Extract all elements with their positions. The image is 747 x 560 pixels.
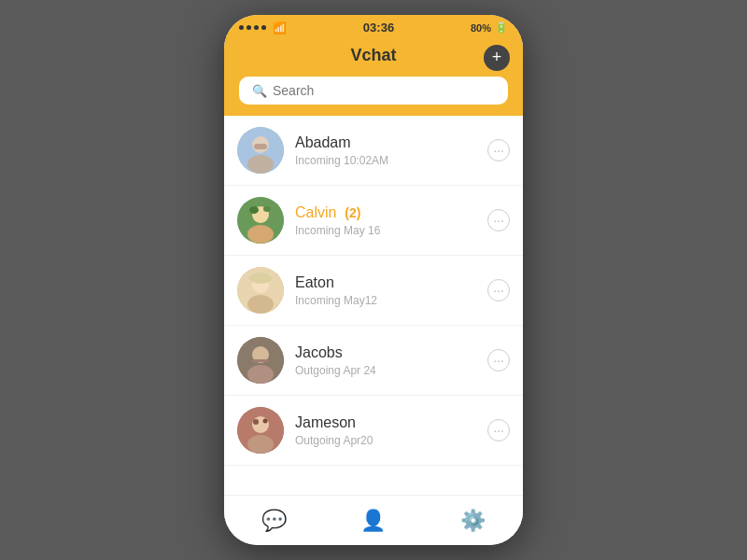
- add-icon: +: [492, 49, 502, 65]
- tab-chat[interactable]: 💬: [243, 503, 305, 539]
- tab-bar: 💬 👤 ⚙️: [224, 495, 523, 545]
- contact-list: Abadam Incoming 10:02AM ··· Calvin (2): [224, 116, 523, 495]
- phone-frame: 📶 03:36 80% 🔋 Vchat + 🔍: [224, 15, 523, 545]
- search-box: 🔍: [239, 77, 508, 105]
- avatar: [237, 127, 284, 174]
- contact-info: Eaton Incoming May12: [295, 274, 487, 307]
- settings-icon: ⚙️: [460, 509, 486, 533]
- contact-info: Jameson Outgoing Apr20: [295, 414, 487, 447]
- tab-contacts[interactable]: 👤: [342, 503, 404, 539]
- list-item[interactable]: Jameson Outgoing Apr20 ···: [224, 396, 523, 466]
- contact-name: Eaton: [295, 274, 487, 291]
- status-time: 03:36: [363, 21, 394, 35]
- app-title: Vchat: [350, 46, 396, 65]
- more-options-button[interactable]: ···: [487, 279, 510, 301]
- svg-rect-3: [254, 144, 267, 149]
- more-options-button[interactable]: ···: [487, 419, 510, 441]
- svg-point-6: [247, 225, 274, 244]
- avatar: [237, 407, 284, 454]
- status-bar: 📶 03:36 80% 🔋: [224, 15, 523, 38]
- more-options-button[interactable]: ···: [487, 349, 510, 371]
- chat-icon: 💬: [261, 509, 287, 533]
- battery-area: 80% 🔋: [471, 21, 508, 34]
- avatar: [237, 267, 284, 314]
- tab-settings[interactable]: ⚙️: [442, 503, 504, 539]
- contact-name: Calvin (2): [295, 204, 487, 221]
- avatar: [237, 337, 284, 384]
- search-container: 🔍: [224, 77, 523, 116]
- unread-badge: (2): [345, 205, 360, 220]
- list-item[interactable]: Abadam Incoming 10:02AM ···: [224, 116, 523, 186]
- signal-dot: [261, 25, 266, 30]
- svg-point-19: [247, 435, 274, 454]
- search-input[interactable]: [273, 83, 495, 98]
- more-options-button[interactable]: ···: [487, 139, 510, 161]
- svg-point-20: [253, 419, 259, 425]
- contact-status: Incoming May 16: [295, 224, 487, 237]
- contact-status: Outgoing Apr20: [295, 434, 487, 447]
- contact-status: Incoming May12: [295, 294, 487, 307]
- search-icon: 🔍: [252, 84, 267, 98]
- svg-point-21: [263, 419, 268, 424]
- avatar: [237, 197, 284, 244]
- svg-rect-16: [252, 359, 269, 362]
- contact-info: Abadam Incoming 10:02AM: [295, 134, 487, 167]
- signal-dot: [254, 25, 259, 30]
- signal-dot: [239, 25, 244, 30]
- contacts-icon: 👤: [360, 509, 386, 533]
- contact-info: Calvin (2) Incoming May 16: [295, 204, 487, 237]
- svg-point-11: [247, 295, 274, 314]
- svg-point-8: [263, 206, 271, 212]
- list-item[interactable]: Calvin (2) Incoming May 16 ···: [224, 186, 523, 256]
- svg-point-7: [249, 206, 259, 214]
- battery-icon: 🔋: [495, 21, 508, 34]
- signal-area: 📶: [239, 21, 287, 35]
- contact-status: Incoming 10:02AM: [295, 154, 487, 167]
- svg-point-2: [247, 155, 274, 174]
- contact-info: Jacobs Outgoing Apr 24: [295, 344, 487, 377]
- svg-point-12: [249, 273, 272, 284]
- contact-name: Abadam: [295, 134, 487, 151]
- contact-status: Outgoing Apr 24: [295, 364, 487, 377]
- add-chat-button[interactable]: +: [484, 45, 510, 71]
- contact-name: Jacobs: [295, 344, 487, 361]
- more-options-button[interactable]: ···: [487, 209, 510, 231]
- battery-percent: 80%: [471, 22, 491, 34]
- svg-point-15: [247, 365, 274, 384]
- app-header: Vchat +: [224, 38, 523, 77]
- signal-dot: [247, 25, 251, 30]
- wifi-icon: 📶: [273, 21, 287, 35]
- svg-point-18: [252, 416, 269, 433]
- list-item[interactable]: Eaton Incoming May12 ···: [224, 256, 523, 326]
- list-item[interactable]: Jacobs Outgoing Apr 24 ···: [224, 326, 523, 396]
- contact-name: Jameson: [295, 414, 487, 431]
